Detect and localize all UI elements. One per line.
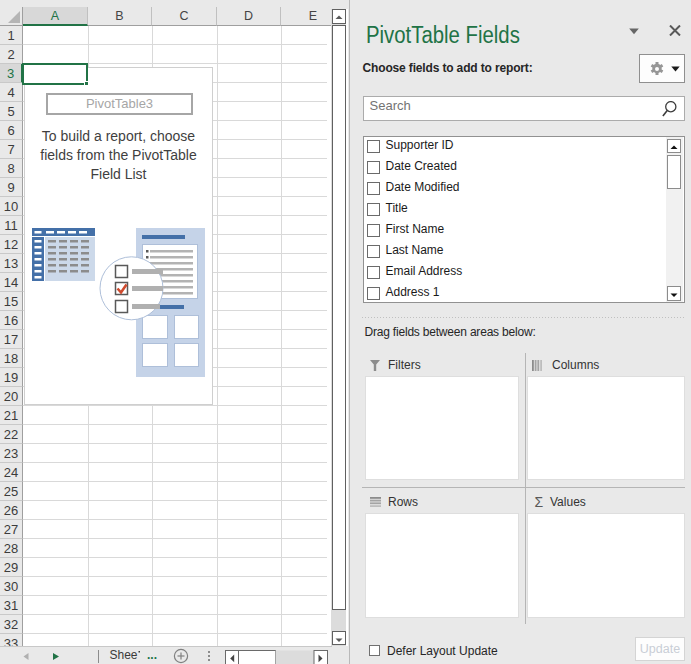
svg-text:Shee: Shee [110, 648, 138, 662]
svg-text:...: ... [147, 648, 157, 662]
